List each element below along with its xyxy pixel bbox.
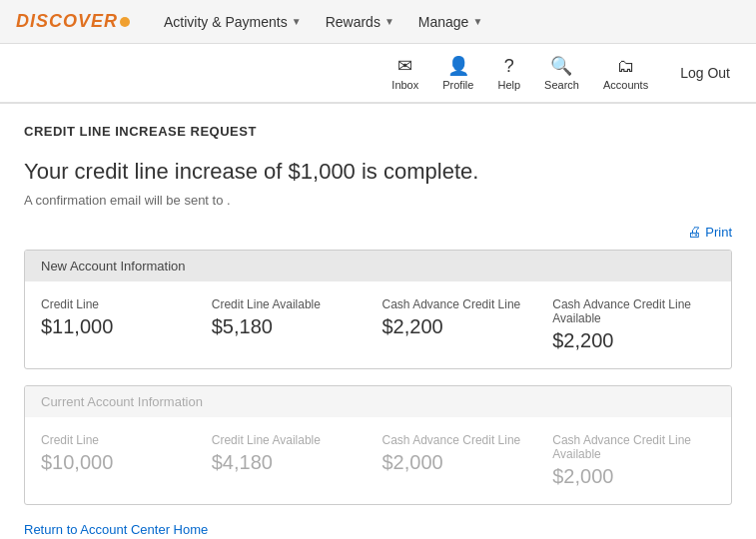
printer-icon: 🖨: [687, 224, 701, 240]
current-cash-advance-available-label: Cash Advance Credit Line Available: [552, 433, 707, 461]
current-credit-line-cell: Credit Line $10,000: [41, 433, 204, 488]
accounts-icon: 🗂: [617, 56, 635, 77]
current-cash-advance-value: $2,000: [382, 451, 537, 474]
new-credit-line-available-label: Credit Line Available: [212, 297, 367, 311]
current-cash-advance-cell: Cash Advance Credit Line $2,000: [375, 433, 545, 488]
new-cash-advance-available-cell: Cash Advance Credit Line Available $2,20…: [544, 297, 715, 352]
main-nav: Activity & Payments ▼ Rewards ▼ Manage ▼: [154, 8, 492, 36]
nav-profile[interactable]: 👤 Profile: [432, 49, 483, 97]
current-credit-line-available-label: Credit Line Available: [212, 433, 367, 447]
current-credit-line-available-value: $4,180: [212, 451, 367, 474]
current-account-header: Current Account Information: [25, 386, 731, 417]
current-account-content: Credit Line $10,000 Credit Line Availabl…: [25, 417, 731, 504]
nav-accounts[interactable]: 🗂 Accounts: [593, 50, 658, 97]
brand-logo: DISCOVER: [16, 11, 130, 32]
new-credit-line-available-cell: Credit Line Available $5,180: [204, 297, 375, 352]
new-credit-line-label: Credit Line: [41, 297, 196, 311]
current-account-info-box: Current Account Information Credit Line …: [24, 385, 732, 505]
top-nav: DISCOVER Activity & Payments ▼ Rewards ▼…: [0, 0, 756, 44]
new-credit-line-cell: Credit Line $11,000: [41, 297, 204, 352]
nav-search[interactable]: 🔍 Search: [534, 49, 589, 97]
print-button[interactable]: 🖨 Print: [687, 224, 732, 240]
nav-item-manage[interactable]: Manage ▼: [408, 8, 493, 36]
new-cash-advance-cell: Cash Advance Credit Line $2,200: [375, 297, 545, 352]
new-cash-advance-available-label: Cash Advance Credit Line Available: [552, 297, 707, 325]
icon-nav: ✉ Inbox 👤 Profile ? Help 🔍 Search 🗂 Acco…: [0, 44, 756, 104]
current-credit-line-available-cell: Credit Line Available $4,180: [204, 433, 375, 488]
logout-button[interactable]: Log Out: [670, 59, 740, 87]
current-credit-line-label: Credit Line: [41, 433, 196, 447]
chevron-down-icon: ▼: [292, 16, 302, 27]
new-cash-advance-label: Cash Advance Credit Line: [382, 297, 537, 311]
confirmation-text: A confirmation email will be sent to .: [24, 193, 732, 208]
print-row: 🖨 Print: [24, 224, 732, 240]
new-cash-advance-value: $2,200: [382, 315, 537, 338]
current-credit-line-value: $10,000: [41, 451, 196, 474]
headline: Your credit line increase of $1,000 is c…: [24, 159, 732, 185]
help-icon: ?: [504, 56, 514, 77]
new-account-content: Credit Line $11,000 Credit Line Availabl…: [25, 281, 731, 368]
nav-help[interactable]: ? Help: [487, 50, 530, 97]
profile-icon: 👤: [447, 55, 469, 77]
chevron-down-icon: ▼: [384, 16, 394, 27]
chevron-down-icon: ▼: [472, 16, 482, 27]
page-title: CREDIT LINE INCREASE REQUEST: [24, 124, 732, 139]
inbox-icon: ✉: [397, 55, 412, 77]
current-cash-advance-label: Cash Advance Credit Line: [382, 433, 537, 447]
search-icon: 🔍: [550, 55, 572, 77]
new-credit-line-available-value: $5,180: [212, 315, 367, 338]
main-content: CREDIT LINE INCREASE REQUEST Your credit…: [0, 104, 756, 539]
return-link[interactable]: Return to Account Center Home: [24, 522, 208, 537]
current-cash-advance-available-cell: Cash Advance Credit Line Available $2,00…: [544, 433, 715, 488]
new-cash-advance-available-value: $2,200: [552, 329, 707, 352]
nav-item-activity-payments[interactable]: Activity & Payments ▼: [154, 8, 312, 36]
new-account-info-box: New Account Information Credit Line $11,…: [24, 250, 732, 369]
new-account-header: New Account Information: [25, 251, 731, 281]
new-credit-line-value: $11,000: [41, 315, 196, 338]
current-cash-advance-available-value: $2,000: [552, 465, 707, 488]
nav-inbox[interactable]: ✉ Inbox: [381, 49, 428, 97]
nav-item-rewards[interactable]: Rewards ▼: [316, 8, 404, 36]
